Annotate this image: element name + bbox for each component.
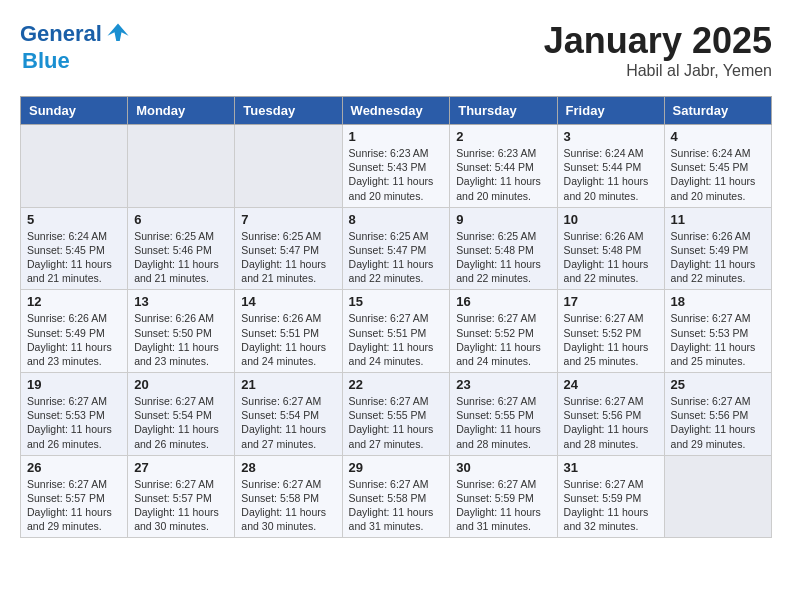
calendar-day-17: 17Sunrise: 6:27 AM Sunset: 5:52 PM Dayli… bbox=[557, 290, 664, 373]
day-number: 11 bbox=[671, 212, 765, 227]
day-number: 4 bbox=[671, 129, 765, 144]
col-header-friday: Friday bbox=[557, 97, 664, 125]
day-content: Sunrise: 6:25 AM Sunset: 5:47 PM Dayligh… bbox=[241, 229, 335, 286]
day-content: Sunrise: 6:27 AM Sunset: 5:51 PM Dayligh… bbox=[349, 311, 444, 368]
calendar-day-15: 15Sunrise: 6:27 AM Sunset: 5:51 PM Dayli… bbox=[342, 290, 450, 373]
day-content: Sunrise: 6:27 AM Sunset: 5:56 PM Dayligh… bbox=[564, 394, 658, 451]
day-content: Sunrise: 6:26 AM Sunset: 5:50 PM Dayligh… bbox=[134, 311, 228, 368]
logo-bird-icon bbox=[104, 20, 132, 48]
day-content: Sunrise: 6:27 AM Sunset: 5:54 PM Dayligh… bbox=[241, 394, 335, 451]
day-number: 5 bbox=[27, 212, 121, 227]
calendar-day-20: 20Sunrise: 6:27 AM Sunset: 5:54 PM Dayli… bbox=[128, 373, 235, 456]
svg-marker-0 bbox=[107, 24, 128, 42]
day-number: 26 bbox=[27, 460, 121, 475]
day-number: 14 bbox=[241, 294, 335, 309]
day-content: Sunrise: 6:27 AM Sunset: 5:59 PM Dayligh… bbox=[456, 477, 550, 534]
day-number: 20 bbox=[134, 377, 228, 392]
calendar-week-1: 1Sunrise: 6:23 AM Sunset: 5:43 PM Daylig… bbox=[21, 125, 772, 208]
day-number: 10 bbox=[564, 212, 658, 227]
day-number: 18 bbox=[671, 294, 765, 309]
calendar-day-27: 27Sunrise: 6:27 AM Sunset: 5:57 PM Dayli… bbox=[128, 455, 235, 538]
logo-blue: Blue bbox=[22, 48, 70, 73]
calendar-day-16: 16Sunrise: 6:27 AM Sunset: 5:52 PM Dayli… bbox=[450, 290, 557, 373]
day-content: Sunrise: 6:27 AM Sunset: 5:52 PM Dayligh… bbox=[456, 311, 550, 368]
day-content: Sunrise: 6:27 AM Sunset: 5:52 PM Dayligh… bbox=[564, 311, 658, 368]
day-number: 16 bbox=[456, 294, 550, 309]
calendar-empty-cell bbox=[664, 455, 771, 538]
day-content: Sunrise: 6:27 AM Sunset: 5:53 PM Dayligh… bbox=[27, 394, 121, 451]
day-number: 21 bbox=[241, 377, 335, 392]
day-content: Sunrise: 6:25 AM Sunset: 5:48 PM Dayligh… bbox=[456, 229, 550, 286]
day-number: 9 bbox=[456, 212, 550, 227]
calendar-empty-cell bbox=[21, 125, 128, 208]
day-number: 27 bbox=[134, 460, 228, 475]
day-number: 8 bbox=[349, 212, 444, 227]
logo-general: General bbox=[20, 21, 102, 47]
day-content: Sunrise: 6:25 AM Sunset: 5:47 PM Dayligh… bbox=[349, 229, 444, 286]
calendar-day-23: 23Sunrise: 6:27 AM Sunset: 5:55 PM Dayli… bbox=[450, 373, 557, 456]
day-content: Sunrise: 6:27 AM Sunset: 5:57 PM Dayligh… bbox=[134, 477, 228, 534]
day-number: 22 bbox=[349, 377, 444, 392]
title-block: January 2025 Habil al Jabr, Yemen bbox=[544, 20, 772, 80]
col-header-thursday: Thursday bbox=[450, 97, 557, 125]
day-number: 19 bbox=[27, 377, 121, 392]
day-content: Sunrise: 6:26 AM Sunset: 5:49 PM Dayligh… bbox=[671, 229, 765, 286]
calendar-day-31: 31Sunrise: 6:27 AM Sunset: 5:59 PM Dayli… bbox=[557, 455, 664, 538]
calendar-day-19: 19Sunrise: 6:27 AM Sunset: 5:53 PM Dayli… bbox=[21, 373, 128, 456]
day-content: Sunrise: 6:26 AM Sunset: 5:49 PM Dayligh… bbox=[27, 311, 121, 368]
calendar-day-10: 10Sunrise: 6:26 AM Sunset: 5:48 PM Dayli… bbox=[557, 207, 664, 290]
calendar-day-9: 9Sunrise: 6:25 AM Sunset: 5:48 PM Daylig… bbox=[450, 207, 557, 290]
calendar-day-21: 21Sunrise: 6:27 AM Sunset: 5:54 PM Dayli… bbox=[235, 373, 342, 456]
calendar-empty-cell bbox=[235, 125, 342, 208]
day-number: 28 bbox=[241, 460, 335, 475]
calendar-day-12: 12Sunrise: 6:26 AM Sunset: 5:49 PM Dayli… bbox=[21, 290, 128, 373]
calendar-day-29: 29Sunrise: 6:27 AM Sunset: 5:58 PM Dayli… bbox=[342, 455, 450, 538]
location: Habil al Jabr, Yemen bbox=[544, 62, 772, 80]
calendar-day-8: 8Sunrise: 6:25 AM Sunset: 5:47 PM Daylig… bbox=[342, 207, 450, 290]
calendar-day-24: 24Sunrise: 6:27 AM Sunset: 5:56 PM Dayli… bbox=[557, 373, 664, 456]
day-number: 2 bbox=[456, 129, 550, 144]
day-content: Sunrise: 6:27 AM Sunset: 5:56 PM Dayligh… bbox=[671, 394, 765, 451]
calendar-day-6: 6Sunrise: 6:25 AM Sunset: 5:46 PM Daylig… bbox=[128, 207, 235, 290]
calendar-week-5: 26Sunrise: 6:27 AM Sunset: 5:57 PM Dayli… bbox=[21, 455, 772, 538]
calendar-day-18: 18Sunrise: 6:27 AM Sunset: 5:53 PM Dayli… bbox=[664, 290, 771, 373]
month-title: January 2025 bbox=[544, 20, 772, 62]
calendar-empty-cell bbox=[128, 125, 235, 208]
calendar-day-14: 14Sunrise: 6:26 AM Sunset: 5:51 PM Dayli… bbox=[235, 290, 342, 373]
calendar-day-2: 2Sunrise: 6:23 AM Sunset: 5:44 PM Daylig… bbox=[450, 125, 557, 208]
day-number: 15 bbox=[349, 294, 444, 309]
calendar-day-28: 28Sunrise: 6:27 AM Sunset: 5:58 PM Dayli… bbox=[235, 455, 342, 538]
day-content: Sunrise: 6:24 AM Sunset: 5:45 PM Dayligh… bbox=[671, 146, 765, 203]
calendar-day-26: 26Sunrise: 6:27 AM Sunset: 5:57 PM Dayli… bbox=[21, 455, 128, 538]
calendar-day-3: 3Sunrise: 6:24 AM Sunset: 5:44 PM Daylig… bbox=[557, 125, 664, 208]
page-header: General Blue January 2025 Habil al Jabr,… bbox=[20, 20, 772, 80]
day-number: 17 bbox=[564, 294, 658, 309]
col-header-saturday: Saturday bbox=[664, 97, 771, 125]
calendar-header-row: SundayMondayTuesdayWednesdayThursdayFrid… bbox=[21, 97, 772, 125]
day-content: Sunrise: 6:24 AM Sunset: 5:45 PM Dayligh… bbox=[27, 229, 121, 286]
calendar-day-11: 11Sunrise: 6:26 AM Sunset: 5:49 PM Dayli… bbox=[664, 207, 771, 290]
day-content: Sunrise: 6:27 AM Sunset: 5:54 PM Dayligh… bbox=[134, 394, 228, 451]
day-content: Sunrise: 6:26 AM Sunset: 5:51 PM Dayligh… bbox=[241, 311, 335, 368]
calendar-day-30: 30Sunrise: 6:27 AM Sunset: 5:59 PM Dayli… bbox=[450, 455, 557, 538]
day-content: Sunrise: 6:27 AM Sunset: 5:55 PM Dayligh… bbox=[349, 394, 444, 451]
day-number: 24 bbox=[564, 377, 658, 392]
calendar-week-4: 19Sunrise: 6:27 AM Sunset: 5:53 PM Dayli… bbox=[21, 373, 772, 456]
day-number: 25 bbox=[671, 377, 765, 392]
calendar-day-4: 4Sunrise: 6:24 AM Sunset: 5:45 PM Daylig… bbox=[664, 125, 771, 208]
col-header-monday: Monday bbox=[128, 97, 235, 125]
day-content: Sunrise: 6:26 AM Sunset: 5:48 PM Dayligh… bbox=[564, 229, 658, 286]
day-content: Sunrise: 6:27 AM Sunset: 5:59 PM Dayligh… bbox=[564, 477, 658, 534]
calendar-week-2: 5Sunrise: 6:24 AM Sunset: 5:45 PM Daylig… bbox=[21, 207, 772, 290]
day-number: 3 bbox=[564, 129, 658, 144]
day-number: 29 bbox=[349, 460, 444, 475]
day-number: 30 bbox=[456, 460, 550, 475]
day-content: Sunrise: 6:27 AM Sunset: 5:57 PM Dayligh… bbox=[27, 477, 121, 534]
day-number: 1 bbox=[349, 129, 444, 144]
day-number: 6 bbox=[134, 212, 228, 227]
day-number: 13 bbox=[134, 294, 228, 309]
col-header-tuesday: Tuesday bbox=[235, 97, 342, 125]
day-content: Sunrise: 6:23 AM Sunset: 5:43 PM Dayligh… bbox=[349, 146, 444, 203]
day-content: Sunrise: 6:23 AM Sunset: 5:44 PM Dayligh… bbox=[456, 146, 550, 203]
logo: General Blue bbox=[20, 20, 132, 74]
